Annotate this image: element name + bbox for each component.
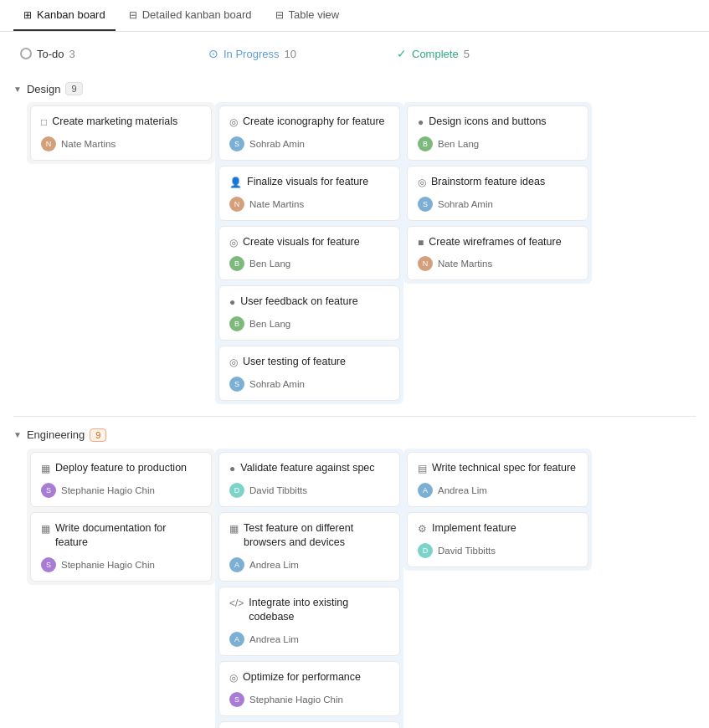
engineering-columns: ▦ Deploy feature to production S Stephan… bbox=[13, 449, 696, 728]
card-validate-feature[interactable]: ● Validate feature against spec D David … bbox=[218, 452, 400, 507]
avatar: A bbox=[229, 632, 244, 647]
card-optimize-performance[interactable]: ◎ Optimize for performance S Stephanie H… bbox=[218, 661, 400, 716]
avatar: S bbox=[229, 692, 244, 707]
avatar: S bbox=[229, 377, 244, 392]
table-icon: ⊟ bbox=[275, 9, 284, 21]
avatar: S bbox=[41, 557, 56, 572]
inprogress-status-icon: ⊙ bbox=[208, 47, 218, 60]
card-icon: ● bbox=[229, 462, 235, 476]
card-icon: ◎ bbox=[229, 115, 238, 130]
group-design-header[interactable]: ▼ Design 9 bbox=[13, 75, 696, 102]
col-header-complete: ✓ Complete 5 bbox=[390, 42, 578, 65]
card-write-technical-spec[interactable]: ▤ Write technical spec for feature A And… bbox=[407, 452, 588, 507]
card-icon: ◎ bbox=[229, 236, 238, 250]
column-headers: To-do 3 ⊙ In Progress 10 ✓ Complete 5 bbox=[0, 32, 709, 72]
card-design-icons[interactable]: ● Design icons and buttons B Ben Lang bbox=[407, 105, 588, 161]
col-header-inprogress: ⊙ In Progress 10 bbox=[202, 42, 390, 65]
avatar: B bbox=[229, 256, 244, 271]
card-icon: □ bbox=[41, 115, 47, 130]
avatar: B bbox=[418, 136, 433, 151]
detailed-kanban-icon: ⊟ bbox=[129, 9, 137, 21]
card-icon: </> bbox=[229, 597, 244, 611]
avatar: A bbox=[418, 483, 433, 498]
card-icon: ⚙ bbox=[418, 522, 427, 536]
avatar: N bbox=[418, 256, 433, 271]
design-todo-column: □ Create marketing materials N Nate Mart… bbox=[27, 102, 215, 164]
card-icon: ■ bbox=[418, 236, 424, 250]
card-icon: ● bbox=[229, 295, 235, 310]
avatar: S bbox=[418, 197, 433, 212]
tab-kanban-board[interactable]: ⊞ Kanban board bbox=[13, 0, 116, 31]
card-icon: ● bbox=[418, 115, 424, 130]
design-columns: □ Create marketing materials N Nate Mart… bbox=[13, 102, 696, 414]
tab-table-view[interactable]: ⊟ Table view bbox=[265, 0, 350, 31]
card-user-testing[interactable]: ◎ User testing of feature S Sohrab Amin bbox=[218, 346, 400, 401]
group-design: ▼ Design 9 □ Create marketing materials … bbox=[0, 72, 709, 414]
card-finalize-visuals[interactable]: 👤 Finalize visuals for feature N Nate Ma… bbox=[218, 166, 400, 221]
card-icon: ◎ bbox=[418, 176, 426, 190]
eng-inprogress-column: ● Validate feature against spec D David … bbox=[215, 449, 403, 728]
card-deploy-feature[interactable]: ▦ Deploy feature to production S Stephan… bbox=[30, 452, 212, 507]
group-engineering: ▼ Engineering 9 ▦ Deploy feature to prod… bbox=[0, 418, 709, 728]
card-icon: 👤 bbox=[229, 176, 242, 190]
group-engineering-header[interactable]: ▼ Engineering 9 bbox=[13, 422, 696, 449]
board: To-do 3 ⊙ In Progress 10 ✓ Complete 5 ▼ … bbox=[0, 32, 709, 728]
card-automated-tests[interactable]: ◎ Create automated tests D David Tibbitt… bbox=[218, 721, 400, 728]
card-create-visuals[interactable]: ◎ Create visuals for feature B Ben Lang bbox=[218, 226, 400, 281]
avatar: S bbox=[229, 136, 244, 151]
chevron-icon: ▼ bbox=[13, 430, 22, 439]
card-icon: ▦ bbox=[41, 462, 50, 476]
avatar: D bbox=[229, 483, 244, 498]
card-test-browsers[interactable]: ▦ Test feature on different browsers and… bbox=[218, 512, 400, 582]
design-inprogress-column: ◎ Create iconography for feature S Sohra… bbox=[215, 102, 403, 404]
card-integrate-codebase[interactable]: </> Integrate into existing codebase A A… bbox=[218, 587, 400, 656]
design-complete-column: ● Design icons and buttons B Ben Lang ◎ … bbox=[403, 102, 592, 284]
card-icon: ▦ bbox=[41, 522, 50, 536]
complete-status-icon: ✓ bbox=[397, 47, 407, 60]
card-implement-feature[interactable]: ⚙ Implement feature D David Tibbitts bbox=[407, 512, 588, 567]
eng-complete-column: ▤ Write technical spec for feature A And… bbox=[403, 449, 592, 571]
avatar: B bbox=[229, 316, 244, 331]
avatar: N bbox=[229, 197, 244, 212]
card-write-documentation[interactable]: ▦ Write documentation for feature S Step… bbox=[30, 512, 212, 582]
card-icon: ▤ bbox=[418, 462, 427, 476]
card-create-iconography[interactable]: ◎ Create iconography for feature S Sohra… bbox=[218, 105, 400, 161]
tab-detailed-kanban[interactable]: ⊟ Detailed kanban board bbox=[119, 0, 262, 31]
todo-status-icon bbox=[20, 48, 32, 59]
card-create-marketing[interactable]: □ Create marketing materials N Nate Mart… bbox=[30, 105, 212, 161]
avatar: S bbox=[41, 483, 56, 498]
kanban-icon: ⊞ bbox=[23, 9, 32, 21]
divider bbox=[13, 416, 696, 417]
card-icon: ◎ bbox=[229, 671, 238, 685]
card-brainstorm-feature[interactable]: ◎ Brainstorm feature ideas S Sohrab Amin bbox=[407, 166, 588, 221]
card-create-wireframes[interactable]: ■ Create wireframes of feature N Nate Ma… bbox=[407, 226, 588, 281]
eng-todo-column: ▦ Deploy feature to production S Stephan… bbox=[27, 449, 215, 585]
avatar: D bbox=[418, 543, 433, 558]
avatar: A bbox=[229, 557, 244, 572]
card-user-feedback[interactable]: ● User feedback on feature B Ben Lang bbox=[218, 285, 400, 341]
col-header-todo: To-do 3 bbox=[13, 42, 202, 65]
avatar: N bbox=[41, 136, 56, 151]
chevron-icon: ▼ bbox=[13, 85, 22, 94]
tab-bar: ⊞ Kanban board ⊟ Detailed kanban board ⊟… bbox=[0, 0, 709, 32]
card-icon: ▦ bbox=[229, 522, 239, 536]
card-icon: ◎ bbox=[229, 356, 238, 370]
